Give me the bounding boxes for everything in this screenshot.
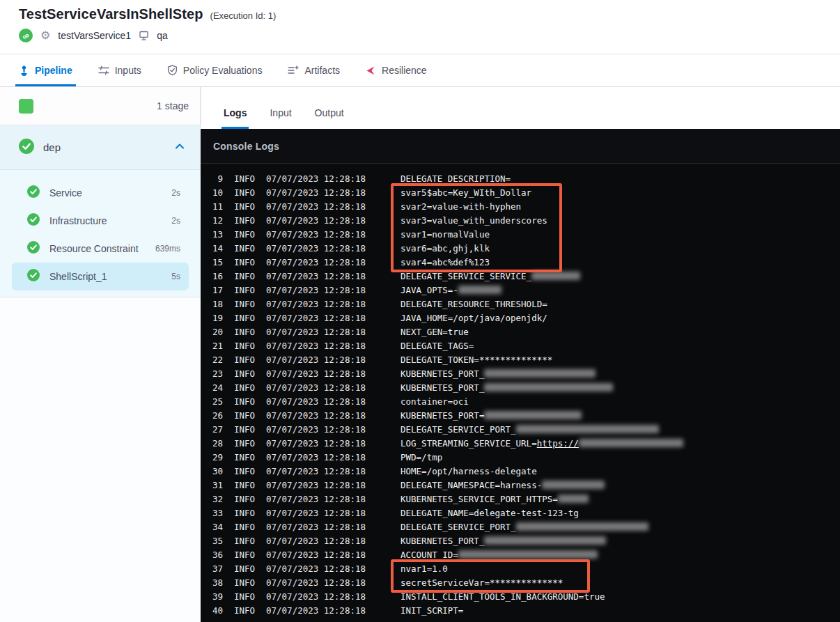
- log-tab-logs[interactable]: Logs: [221, 107, 249, 129]
- log-message: JAVA_HOME=/opt/java/openjdk/: [400, 311, 547, 325]
- inputs-icon: [98, 65, 109, 75]
- log-message: container=oci: [400, 395, 469, 409]
- log-line-36: 36INFO07/07/2023 12:28:18ACCOUNT_ID=: [201, 548, 840, 562]
- log-message: JAVA_OPTS=-: [400, 283, 501, 297]
- log-tab-input[interactable]: Input: [267, 107, 293, 129]
- step-label: Resource Constraint: [49, 243, 139, 254]
- check-circle-icon: [19, 139, 34, 157]
- sidebar-item-resource-constraint[interactable]: Resource Constraint639ms: [12, 235, 189, 263]
- log-message: INSTALL_CLIENT_TOOLS_IN_BACKGROUND=true: [400, 590, 605, 604]
- log-line-34: 34INFO07/07/2023 12:28:18DELEGATE_SERVIC…: [201, 520, 840, 534]
- log-timestamp: 07/07/2023 12:28:18: [266, 451, 366, 465]
- log-level: INFO: [234, 451, 255, 465]
- tab-resilience[interactable]: Resilience: [366, 54, 427, 86]
- log-message: DELEGATE_SERVICE_SERVICE_: [400, 270, 580, 283]
- log-line-9: 9INFO07/07/2023 12:28:18DELEGATE_DESCRIP…: [201, 172, 840, 186]
- log-level: INFO: [234, 576, 255, 590]
- log-line-number: 14: [206, 242, 223, 256]
- log-message: KUBERNETES_SERVICE_PORT_HTTPS=: [400, 492, 589, 506]
- log-level: INFO: [234, 186, 255, 200]
- stage-group-dep[interactable]: dep: [0, 125, 201, 170]
- log-line-40: 40INFO07/07/2023 12:28:18INIT_SCRIPT=: [201, 604, 840, 618]
- tab-policy-evaluations[interactable]: Policy Evaluations: [167, 54, 263, 86]
- log-timestamp: 07/07/2023 12:28:18: [266, 465, 366, 479]
- log-message: DELEGATE_NAMESPACE=harness-: [400, 479, 605, 492]
- log-timestamp: 07/07/2023 12:28:18: [266, 604, 366, 618]
- log-level: INFO: [234, 604, 255, 618]
- log-line-number: 26: [206, 409, 223, 423]
- log-line-number: 17: [206, 283, 223, 297]
- sidebar-item-infrastructure[interactable]: Infrastructure2s: [12, 207, 189, 235]
- log-line-24: 24INFO07/07/2023 12:28:18KUBERNETES_PORT…: [201, 381, 840, 395]
- log-line-number: 9: [206, 172, 223, 186]
- log-message: KUBERNETES_PORT_: [400, 367, 596, 381]
- log-level: INFO: [234, 590, 255, 604]
- log-line-29: 29INFO07/07/2023 12:28:18PWD=/tmp: [201, 451, 840, 465]
- log-line-number: 16: [206, 270, 223, 283]
- log-line-35: 35INFO07/07/2023 12:28:18KUBERNETES_PORT…: [201, 534, 840, 548]
- step-label: ShellScript_1: [49, 271, 107, 282]
- log-link[interactable]: https://: [537, 438, 579, 449]
- log-line-37: 37INFO07/07/2023 12:28:18nvar1=1.0: [201, 562, 840, 576]
- log-line-number: 33: [206, 506, 223, 520]
- log-message: svar4=abc%def%123: [400, 256, 490, 270]
- log-message: svar2=value-with-hyphen: [400, 200, 521, 214]
- log-level: INFO: [234, 311, 255, 325]
- log-line-33: 33INFO07/07/2023 12:28:18DELEGATE_NAME=d…: [201, 506, 840, 520]
- log-line-number: 12: [206, 214, 223, 228]
- log-line-number: 29: [206, 451, 223, 465]
- log-line-28: 28INFO07/07/2023 12:28:18LOG_STREAMING_S…: [201, 437, 840, 451]
- log-line-20: 20INFO07/07/2023 12:28:18NEXT_GEN=true: [201, 325, 840, 339]
- log-line-number: 25: [206, 395, 223, 409]
- console-log-area[interactable]: 9INFO07/07/2023 12:28:18DELEGATE_DESCRIP…: [201, 164, 840, 618]
- log-message: nvar1=1.0: [400, 562, 448, 576]
- log-line-21: 21INFO07/07/2023 12:28:18DELEGATE_TAGS=: [201, 339, 840, 353]
- log-timestamp: 07/07/2023 12:28:18: [266, 325, 366, 339]
- log-message: KUBERNETES_PORT_: [400, 534, 606, 548]
- tab-artifacts[interactable]: Artifacts: [288, 54, 340, 86]
- log-message: DELEGATE_DESCRIPTION=: [400, 172, 511, 186]
- tab-label: Resilience: [382, 65, 427, 76]
- log-message: DELEGATE_RESOURCE_THRESHOLD=: [400, 297, 547, 311]
- log-line-11: 11INFO07/07/2023 12:28:18svar2=value-wit…: [201, 200, 840, 214]
- chevron-up-icon[interactable]: [174, 141, 185, 154]
- resilience-icon: [366, 65, 376, 76]
- tab-inputs[interactable]: Inputs: [98, 54, 141, 86]
- redacted-text: [516, 425, 659, 433]
- log-level: INFO: [234, 325, 255, 339]
- log-message: KUBERNETES_PORT_: [400, 381, 613, 395]
- console-header: Console Logs: [201, 129, 840, 164]
- tab-pipeline[interactable]: Pipeline: [19, 54, 72, 86]
- body: 1 stage dep Service2s Infrastructure2s: [0, 87, 840, 622]
- log-line-15: 15INFO07/07/2023 12:28:18svar4=abc%def%1…: [201, 256, 840, 270]
- pipeline-icon: [19, 65, 29, 76]
- log-timestamp: 07/07/2023 12:28:18: [266, 200, 366, 214]
- redacted-text: [458, 286, 501, 294]
- log-line-number: 20: [206, 325, 223, 339]
- stage-group-label: dep: [43, 141, 61, 153]
- stage-swatch[interactable]: [19, 99, 33, 114]
- log-tab-output[interactable]: Output: [313, 107, 346, 129]
- log-line-number: 18: [206, 297, 223, 311]
- log-level: INFO: [234, 228, 255, 242]
- log-timestamp: 07/07/2023 12:28:18: [266, 186, 366, 200]
- log-timestamp: 07/07/2023 12:28:18: [266, 270, 366, 283]
- log-line-31: 31INFO07/07/2023 12:28:18DELEGATE_NAMESP…: [201, 479, 840, 492]
- log-timestamp: 07/07/2023 12:28:18: [266, 590, 366, 604]
- execution-id-label: (Execution Id: 1): [210, 10, 277, 21]
- step-duration: 2s: [171, 188, 180, 198]
- log-timestamp: 07/07/2023 12:28:18: [266, 228, 366, 242]
- log-line-number: 10: [206, 186, 223, 200]
- log-timestamp: 07/07/2023 12:28:18: [266, 479, 366, 492]
- tab-label: Policy Evaluations: [183, 65, 263, 76]
- stage-header: 1 stage: [0, 87, 201, 125]
- log-level: INFO: [234, 409, 255, 423]
- cd-module-icon: ∞: [19, 29, 33, 42]
- log-line-number: 24: [206, 381, 223, 395]
- redacted-text: [458, 550, 598, 559]
- sidebar-item-service[interactable]: Service2s: [12, 179, 189, 207]
- sidebar-item-shellscript-1[interactable]: ShellScript_15s: [12, 263, 189, 290]
- log-line-26: 26INFO07/07/2023 12:28:18KUBERNETES_PORT…: [201, 409, 840, 423]
- log-line-23: 23INFO07/07/2023 12:28:18KUBERNETES_PORT…: [201, 367, 840, 381]
- log-timestamp: 07/07/2023 12:28:18: [266, 242, 366, 256]
